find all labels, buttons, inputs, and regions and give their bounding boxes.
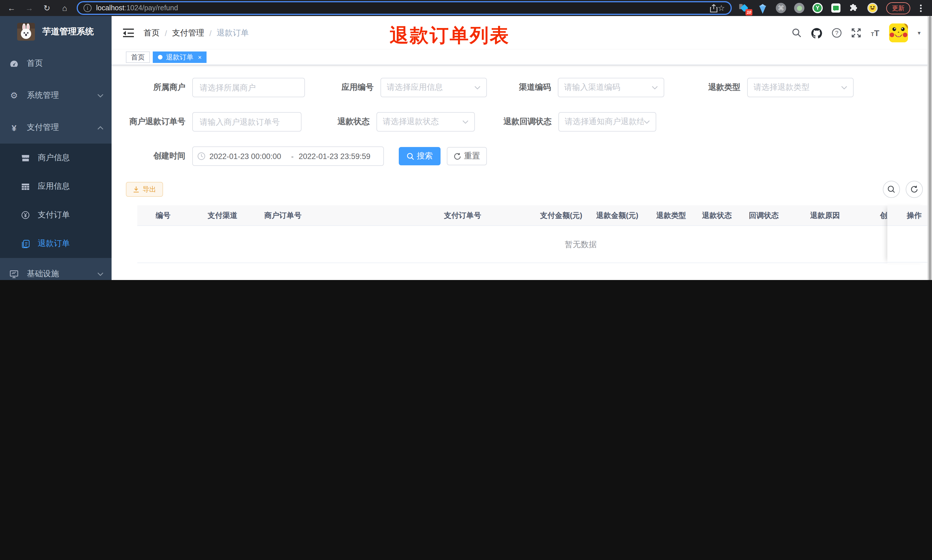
sidebar-item-merchant-info[interactable]: 商户信息 (0, 143, 112, 172)
grid-icon (21, 182, 30, 191)
col-refund-reason: 退款原因 (810, 210, 880, 220)
svg-text:?: ? (835, 30, 838, 36)
window-scrollbar[interactable] (927, 16, 932, 280)
font-size-icon[interactable]: TT (871, 29, 880, 37)
chevron-down-icon (474, 86, 481, 89)
field-label: 所属商户 (126, 82, 192, 93)
col-notify-status: 回调状态 (749, 210, 810, 220)
table-header: 编号 支付渠道 商户订单号 支付订单号 支付金额(元) 退款金额(元) 退款类型… (137, 205, 927, 226)
notify-status-select[interactable]: 请选择通知商户退款结果的 (558, 112, 656, 132)
gear-icon: ⚙ (10, 91, 18, 100)
browser-forward-icon[interactable]: → (23, 0, 35, 16)
field-label: 创建时间 (126, 151, 192, 161)
site-info-icon[interactable]: i (83, 4, 92, 12)
field-label: 退款回调状态 (501, 117, 558, 127)
sidebar-collapse-icon[interactable] (123, 29, 134, 37)
channel-select[interactable]: 请输入渠道编码 (558, 78, 664, 97)
search-button[interactable]: 搜索 (399, 147, 441, 165)
date-end-value[interactable]: 2022-01-23 23:59:59 (298, 152, 375, 160)
fixed-action-column: 操作 (887, 205, 927, 263)
ext-tabs-icon[interactable]: 10 (739, 2, 750, 14)
breadcrumb-pay[interactable]: 支付管理 (172, 28, 204, 38)
tag-refund-order[interactable]: 退款订单 × (153, 51, 207, 63)
browser-toolbar: ← → ↻ ⌂ i localhost:1024/pay/refund ☆ 10… (0, 0, 932, 16)
ext-gem-icon[interactable] (757, 1, 768, 15)
toggle-search-button[interactable] (883, 181, 900, 198)
refresh-table-button[interactable] (906, 181, 923, 198)
field-label: 退款类型 (708, 82, 747, 93)
download-icon (133, 186, 140, 193)
sidebar-item-app-info[interactable]: 应用信息 (0, 172, 112, 201)
date-range-picker[interactable]: 2022-01-23 00:00:00 - 2022-01-23 23:59:5… (192, 146, 384, 166)
share-icon[interactable] (710, 4, 718, 12)
table-empty-row: 暂无数据 (137, 226, 927, 263)
col-merchant-order-no: 商户订单号 (265, 210, 444, 220)
col-id: 编号 (155, 210, 208, 220)
top-navbar: 首页 / 支付管理 / 退款订单 ? TT ▾ (112, 16, 932, 50)
tag-home[interactable]: 首页 (126, 51, 150, 63)
sidebar-item-label: 系统管理 (27, 91, 59, 101)
date-start-value[interactable]: 2022-01-23 00:00:00 (209, 152, 286, 160)
document-icon (21, 239, 30, 248)
merchant-refund-no-input[interactable] (192, 112, 301, 132)
sidebar-item-home[interactable]: 首页 (0, 48, 112, 80)
breadcrumb-current: 退款订单 (217, 28, 249, 38)
help-icon[interactable]: ? (832, 28, 842, 38)
avatar-caret-icon[interactable]: ▾ (918, 30, 921, 36)
field-label: 商户退款订单号 (126, 117, 192, 127)
breadcrumb-home[interactable]: 首页 (144, 28, 160, 38)
monitor-icon (10, 269, 18, 278)
tag-close-icon[interactable]: × (198, 54, 201, 60)
active-dot (158, 55, 163, 60)
page-title: 退款订单列表 (390, 23, 510, 49)
refund-type-select[interactable]: 请选择退款类型 (747, 78, 854, 97)
sidebar-item-pay[interactable]: ¥ 支付管理 (0, 112, 112, 143)
browser-menu-icon[interactable] (920, 4, 922, 12)
refresh-icon (454, 152, 461, 160)
col-refund-status: 退款状态 (702, 210, 749, 220)
ext-badge: 10 (746, 9, 752, 15)
avatar[interactable] (889, 23, 908, 42)
chevron-down-icon (652, 86, 658, 89)
merchant-refund-no-field[interactable] (198, 117, 295, 127)
yen-circle-icon (21, 211, 30, 220)
shop-icon (21, 153, 30, 162)
browser-back-icon[interactable]: ← (6, 0, 17, 16)
sidebar-item-system[interactable]: ⚙ 系统管理 (0, 80, 112, 112)
field-label: 渠道编码 (519, 82, 558, 93)
sidebar-item-infra[interactable]: 基础设施 (0, 258, 112, 280)
browser-reload-icon[interactable]: ↻ (41, 0, 52, 16)
address-bar[interactable]: i localhost:1024/pay/refund ☆ (77, 1, 732, 15)
fullscreen-icon[interactable] (852, 28, 861, 38)
sidebar-item-label: 应用信息 (38, 182, 70, 192)
github-icon[interactable] (812, 28, 823, 38)
merchant-input[interactable] (192, 78, 305, 97)
clock-icon (197, 152, 205, 160)
browser-home-icon[interactable]: ⌂ (59, 0, 71, 16)
export-button[interactable]: 导出 (126, 182, 163, 197)
ext-y-icon[interactable]: Y (812, 2, 823, 14)
chevron-up-icon (97, 126, 103, 129)
sidebar-item-label: 退款订单 (38, 238, 70, 249)
yen-icon: ¥ (10, 123, 18, 132)
dashboard-icon (10, 59, 18, 68)
url-text: localhost:1024/pay/refund (96, 4, 178, 12)
ext-command-icon[interactable]: ⌘ (775, 2, 787, 14)
logo-rabbit-image (17, 23, 35, 41)
bookmark-star-icon[interactable]: ☆ (718, 0, 725, 16)
app-select[interactable]: 请选择应用信息 (380, 78, 487, 97)
sidebar-item-pay-order[interactable]: 支付订单 (0, 201, 112, 229)
extensions-puzzle-icon[interactable] (849, 2, 860, 14)
app-logo[interactable]: 芋道管理系统 (0, 16, 112, 48)
col-refund-amount: 退款金额(元) (596, 210, 656, 220)
merchant-input-field[interactable] (198, 82, 298, 93)
reset-button[interactable]: 重置 (447, 147, 487, 165)
ext-chat-icon[interactable] (830, 2, 841, 14)
screen: ← → ↻ ⌂ i localhost:1024/pay/refund ☆ 10… (0, 0, 932, 280)
ext-emoji-icon[interactable] (867, 2, 878, 14)
search-icon[interactable] (792, 28, 802, 38)
sidebar-item-refund-order[interactable]: 退款订单 (0, 229, 112, 258)
browser-update-button[interactable]: 更新 (886, 2, 910, 14)
ext-recorder-icon[interactable] (794, 2, 805, 14)
refund-status-select[interactable]: 请选择退款状态 (377, 112, 475, 132)
